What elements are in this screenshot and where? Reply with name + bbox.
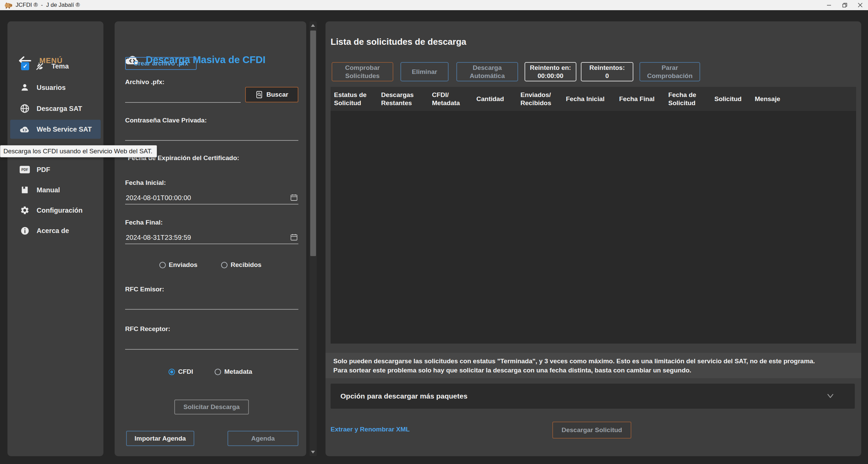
close-button[interactable] [852,0,868,10]
descargar-solicitud-button[interactable]: Descargar Solicitud [552,422,631,439]
sidebar-item-label: PDF [37,166,50,174]
boar-app-icon [4,1,12,9]
archivo-pfx-label: Archivo .pfx: [125,78,164,86]
eliminar-button[interactable]: Eliminar [400,62,449,81]
comprobar-solicitudes-button[interactable]: ComprobarSolicitudes [332,62,393,81]
requests-panel: Lista de solicitudes de descarga Comprob… [326,21,861,456]
form-scrollbar[interactable] [310,21,317,456]
web-service-tooltip: Descarga los CFDI usando el Servicio Web… [0,145,157,157]
title-bar: JCFDI ® - J de Jabalí ® [0,0,868,10]
buscar-button[interactable]: Buscar [245,87,298,102]
requests-table-header: Estatus deSolicitud DescargasRestantes C… [331,87,856,111]
fecha-final-label: Fecha Final: [125,219,163,226]
agenda-button[interactable]: Agenda [228,431,298,446]
minimize-icon [827,3,831,7]
descarga-automatica-button[interactable]: DescargaAutomática [456,62,518,81]
column-header: Fecha deSolicitud [665,87,711,111]
radio-enviados[interactable]: Enviados [159,261,197,269]
scroll-down-arrow[interactable] [311,451,315,453]
cfdi-metadata-group: CFDI Metadata [115,368,306,375]
fecha-inicial-underline [125,204,298,205]
user-icon [20,83,30,92]
app-window: JCFDI ® - J de Jabalí ® [0,0,868,464]
rfc-receptor-input[interactable] [125,349,298,350]
calendar-icon[interactable] [290,193,298,201]
column-header: Estatus deSolicitud [331,87,378,111]
info-icon [20,226,30,235]
theme-checkbox[interactable]: ✓ [21,62,29,70]
sidebar-item-descarga-sat[interactable]: Descarga SAT [10,99,101,118]
enviados-recibidos-group: Enviados Recibidos [115,261,306,269]
minimize-button[interactable] [821,0,837,10]
theme-icon [35,61,45,71]
close-icon [858,3,863,7]
column-header: DescargasRestantes [378,87,429,111]
radio-circle[interactable] [159,262,166,268]
sidebar-item-label: Usuarios [37,84,66,92]
globe-icon [20,103,30,114]
window-controls [821,0,868,10]
column-header: Mensaje [751,87,856,111]
column-header: Enviados/Recibidos [517,87,563,111]
column-header: Solicitud [711,87,751,111]
sidebar-item-label: Descarga SAT [37,105,82,113]
restore-button[interactable] [837,0,852,10]
sidebar-item-label: Web Service SAT [37,125,92,133]
scrollbar-thumb[interactable] [310,31,316,256]
calendar-icon[interactable] [290,233,298,241]
search-document-icon [255,91,263,99]
sidebar-item-label: Manual [37,186,60,194]
fecha-inicial-label: Fecha Inicial: [125,179,166,187]
column-header: Fecha Inicial [563,87,616,111]
sidebar: MENÚ ✓ Tema [7,21,103,456]
importar-agenda-button[interactable]: Importar Agenda [126,431,194,446]
column-header: CFDI/Metadata [429,87,473,111]
gear-icon [20,206,30,215]
password-input[interactable] [125,140,298,141]
sidebar-item-usuarios[interactable]: Usuarios [10,78,101,97]
sidebar-item-web-service-sat[interactable]: Web Service SAT [10,120,101,139]
sidebar-item-label: Configuración [37,207,83,214]
requests-table: Estatus deSolicitud DescargasRestantes C… [331,87,856,344]
column-header: Cantidad [473,87,517,111]
sidebar-item-manual[interactable]: Manual [10,180,101,199]
form-panel: Descarga Masiva de CFDI Crear archivo .p… [115,21,306,456]
extract-rename-xml-link[interactable]: Extraer y Renombrar XML [331,426,410,433]
radio-metadata[interactable]: Metadata [215,368,252,375]
radio-circle[interactable] [215,369,221,375]
sidebar-item-pdf[interactable]: PDF PDF [10,160,101,179]
fecha-final-value[interactable]: 2024-08-31T23:59:59 [126,234,191,241]
fecha-final-underline [125,244,298,244]
radio-recibidos[interactable]: Recibidos [221,261,261,269]
pdf-icon: PDF [20,166,30,173]
scroll-up-arrow[interactable] [311,24,315,27]
book-icon [20,185,30,195]
fecha-inicial-value[interactable]: 2024-08-01T00:00:00 [126,194,191,202]
requests-toolbar: ComprobarSolicitudes Eliminar DescargaAu… [332,62,700,81]
rfc-receptor-label: RFC Receptor: [125,325,170,333]
sidebar-item-label: Tema [52,62,69,70]
reintentos-indicator: Reintentos:0 [581,62,633,81]
sidebar-item-label: Acerca de [37,227,69,235]
reintento-en-indicator: Reintento en:00:00:00 [525,62,576,81]
password-label: Contraseña Clave Privada: [125,117,207,124]
sidebar-item-acerca-de[interactable]: Acerca de [10,221,101,240]
archivo-pfx-input[interactable] [125,102,241,103]
sidebar-item-tema[interactable]: ✓ Tema [10,57,101,76]
radio-cfdi[interactable]: CFDI [169,368,193,375]
sidebar-item-configuracion[interactable]: Configuración [10,201,101,220]
solicitar-descarga-button[interactable]: Solicitar Descarga [174,400,249,414]
rfc-emisor-input[interactable] [125,309,298,310]
limit-note: Solo pueden descargarse las solicitudes … [326,353,861,378]
column-header: Fecha Final [616,87,665,111]
chevron-down-icon [826,392,834,399]
create-pfx-button[interactable]: Crear archivo .pfx [125,57,197,70]
cloud-code-icon [20,125,30,134]
radio-circle-selected[interactable] [169,369,175,375]
more-packages-accordion[interactable]: Opción para descargar más paquetes [331,384,855,409]
parar-comprobacion-button[interactable]: PararComprobación [639,62,700,81]
restore-icon [842,3,847,8]
requests-title: Lista de solicitudes de descarga [331,37,466,47]
radio-circle[interactable] [221,262,228,268]
rfc-emisor-label: RFC Emisor: [125,286,164,293]
